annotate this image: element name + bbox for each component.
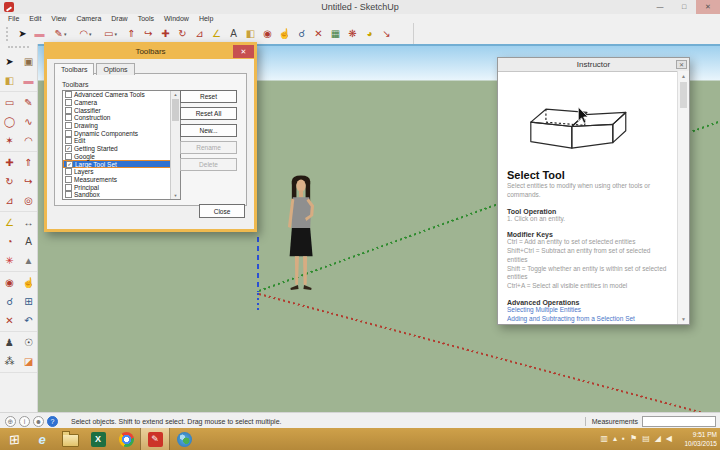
measurements-input[interactable] — [642, 416, 716, 427]
sign-in-icon[interactable]: ☻ — [33, 416, 44, 427]
walk-tool[interactable]: ⁂ — [0, 352, 19, 371]
toolbar-list-item[interactable]: Measurements — [63, 176, 180, 184]
menu-item[interactable]: Draw — [106, 15, 132, 22]
scale-tool[interactable]: ⊿▾ — [191, 28, 208, 39]
notification-icon[interactable]: ▪ — [622, 435, 625, 443]
select-tool[interactable]: ➤ — [0, 52, 19, 71]
line-tool[interactable]: ✎▾ — [48, 28, 73, 39]
text-tool[interactable]: A — [19, 232, 38, 251]
toolbar-list-item[interactable]: Edit — [63, 137, 180, 145]
dialog-button[interactable]: Rename — [180, 141, 237, 154]
instructor-link[interactable]: Adding and Subtracting from a Selection … — [507, 315, 669, 324]
toolbar-list-item[interactable]: Sandbox — [63, 191, 180, 199]
toolbar-list-item[interactable]: Large Tool Set — [63, 160, 180, 168]
menu-item[interactable]: Edit — [24, 15, 46, 22]
line-tool[interactable]: ✎ — [19, 93, 38, 112]
dropdown-arrow-icon[interactable]: ▾ — [114, 31, 117, 37]
toolbar-checkbox[interactable] — [66, 161, 73, 168]
freehand-tool[interactable]: ∿ — [19, 112, 38, 131]
scroll-up-icon[interactable]: ▲ — [678, 73, 689, 79]
toolbar-checkbox[interactable] — [65, 145, 72, 152]
toolbar-list-item[interactable]: Camera — [63, 99, 180, 107]
zoom-extents-tool[interactable]: ✕ — [0, 311, 19, 330]
circle-tool[interactable]: ◯ — [0, 112, 19, 131]
toolbar-checkbox[interactable] — [65, 168, 72, 175]
follow-me-tool[interactable]: ↪▾ — [140, 28, 157, 39]
menu-item[interactable]: View — [46, 15, 71, 22]
help-icon[interactable]: ? — [47, 416, 58, 427]
dialog-button[interactable]: Reset — [180, 90, 237, 103]
push-pull-tool[interactable]: ⇑ — [19, 153, 38, 172]
toolbar-list-item[interactable]: Layers — [63, 168, 180, 176]
chrome[interactable] — [112, 428, 140, 450]
scroll-down-icon[interactable]: ▼ — [678, 316, 689, 322]
instructor-close-button[interactable]: ✕ — [676, 60, 687, 69]
zoom-tool[interactable]: ☌▾ — [293, 28, 310, 39]
file-explorer[interactable] — [56, 428, 84, 450]
sketchup[interactable]: ✎ — [140, 428, 170, 450]
dialog-button[interactable]: Reset All — [180, 107, 237, 120]
zoom-tool[interactable]: ☌ — [0, 292, 19, 311]
toolbar-checkbox[interactable] — [65, 107, 72, 114]
rotate-tool[interactable]: ↻ — [0, 172, 19, 191]
network-icon[interactable]: ◢ — [655, 435, 661, 443]
position-camera-tool[interactable]: ♟ — [0, 333, 19, 352]
minimize-button[interactable]: — — [648, 0, 672, 14]
rectangle-tool[interactable]: ▭ — [0, 93, 19, 112]
rotate-tool[interactable]: ↻▾ — [174, 28, 191, 39]
menu-item[interactable]: Camera — [71, 15, 106, 22]
toolbars-dialog-close-button[interactable]: ✕ — [233, 45, 254, 58]
menu-item[interactable]: File — [3, 15, 24, 22]
system-clock[interactable]: 9:51 PM 10/03/2015 — [684, 430, 717, 448]
toolbar-checkbox[interactable] — [65, 91, 72, 98]
look-around-tool[interactable]: ☉ — [19, 333, 38, 352]
maximize-button[interactable]: □ — [672, 0, 696, 14]
eraser-tool[interactable]: ▬ — [19, 71, 38, 90]
paint-bucket-tool[interactable]: ◧▾ — [242, 28, 259, 39]
instructor-titlebar[interactable]: Instructor ✕ — [498, 58, 689, 72]
text-tool[interactable]: A▾ — [225, 28, 242, 39]
pan-tool[interactable]: ☝▾ — [276, 28, 293, 39]
toolbar-checkbox[interactable] — [65, 153, 72, 160]
close-button[interactable]: ✕ — [696, 0, 720, 14]
previous-view-tool[interactable]: ↶ — [19, 311, 38, 330]
dropdown-arrow-icon[interactable]: ▾ — [89, 31, 92, 37]
tape-measure-tool[interactable]: ∠▾ — [208, 28, 225, 39]
action-center-flag-icon[interactable]: ⚑ — [630, 435, 637, 443]
internet-explorer[interactable]: e — [28, 428, 56, 450]
volume-icon[interactable]: ◀ — [666, 435, 672, 443]
arc-tool[interactable]: ◠ — [19, 131, 38, 150]
toolbar-list-item[interactable]: Getting Started — [63, 145, 180, 153]
excel[interactable]: X — [84, 428, 112, 450]
toolbar-checkbox[interactable] — [65, 122, 72, 129]
credits-icon[interactable]: i — [19, 416, 30, 427]
section-plane-tool[interactable]: ◪ — [19, 352, 38, 371]
paint-bucket-tool[interactable]: ◧ — [0, 71, 19, 90]
dialog-tab[interactable]: Toolbars — [54, 63, 94, 75]
scrollbar-thumb[interactable] — [172, 99, 179, 121]
google-earth[interactable] — [170, 428, 198, 450]
dialog-tab[interactable]: Options — [96, 63, 134, 75]
menu-item[interactable]: Tools — [133, 15, 159, 22]
dialog-button[interactable]: New... — [180, 124, 237, 137]
offset-tool[interactable]: ◎ — [19, 191, 38, 210]
zoom-window-tool[interactable]: ⊞ — [19, 292, 38, 311]
toolbar-list-item[interactable]: Drawing — [63, 122, 180, 130]
protractor-tool[interactable]: ◔ — [0, 232, 19, 251]
model-info-tool[interactable]: ▦▾ — [327, 28, 344, 39]
push-pull-tool[interactable]: ⇑▾ — [123, 28, 140, 39]
toolbars-dialog-titlebar[interactable]: Toolbars ✕ — [47, 45, 254, 59]
toolbar-checkbox[interactable] — [65, 137, 72, 144]
instructor-link[interactable]: Selecting Multiple Entities — [507, 306, 669, 315]
person-figure[interactable] — [278, 175, 324, 295]
arc-tools[interactable]: ◠▾ — [73, 28, 98, 39]
scroll-up-icon[interactable]: ▲ — [171, 92, 180, 97]
components-tool[interactable]: ❋▾ — [344, 28, 361, 39]
dialog-button[interactable]: Delete — [180, 158, 237, 171]
toolbar-checkbox[interactable] — [65, 184, 72, 191]
orbit-tool[interactable]: ◉ — [0, 273, 19, 292]
scale-tool[interactable]: ⊿ — [0, 191, 19, 210]
toolbar-checkbox[interactable] — [65, 99, 72, 106]
axes-tool[interactable]: ✳ — [0, 251, 19, 270]
toolbar-list-item[interactable]: Advanced Camera Tools — [63, 91, 180, 99]
